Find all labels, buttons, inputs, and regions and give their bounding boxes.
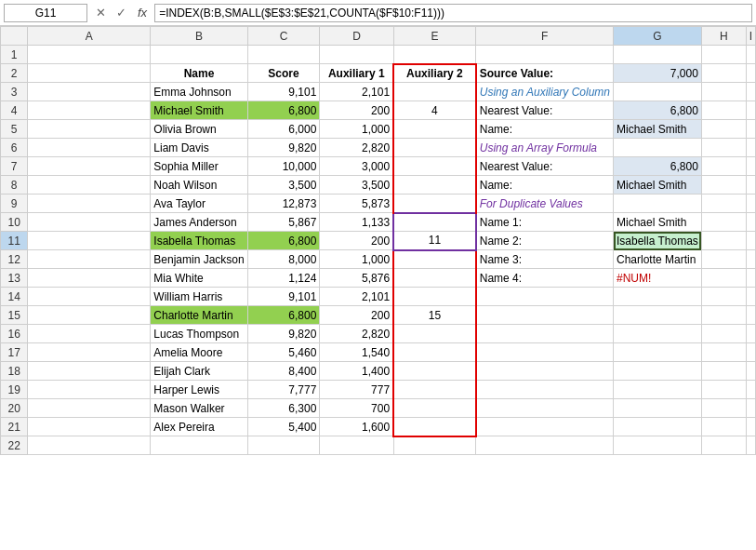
- cell-I20[interactable]: [746, 399, 755, 418]
- cell-D15[interactable]: 200: [320, 306, 393, 325]
- cell-D21[interactable]: 1,600: [320, 418, 393, 436]
- cell-F16[interactable]: [476, 325, 614, 343]
- cell-H12[interactable]: [701, 250, 746, 269]
- cell-B1[interactable]: [151, 46, 247, 64]
- row-header-20[interactable]: 20: [1, 399, 28, 418]
- row-header-17[interactable]: 17: [1, 343, 28, 362]
- formula-input[interactable]: [154, 4, 752, 22]
- cell-B15[interactable]: Charlotte Martin: [151, 306, 247, 325]
- cell-C5[interactable]: 6,000: [247, 120, 320, 139]
- cell-I21[interactable]: [746, 418, 755, 436]
- cell-E20[interactable]: [393, 399, 476, 418]
- cell-H8[interactable]: [701, 176, 746, 195]
- cell-C19[interactable]: 7,777: [247, 381, 320, 399]
- col-header-G[interactable]: G: [614, 27, 702, 46]
- cell-I14[interactable]: [746, 288, 755, 306]
- cell-D8[interactable]: 3,500: [320, 176, 393, 195]
- cell-A10[interactable]: [28, 213, 151, 232]
- row-header-21[interactable]: 21: [1, 418, 28, 436]
- cancel-icon[interactable]: ✕: [91, 4, 110, 22]
- cell-A5[interactable]: [28, 120, 151, 139]
- cell-E3[interactable]: [393, 83, 476, 101]
- cell-E6[interactable]: [393, 139, 476, 157]
- name-box[interactable]: [4, 4, 87, 22]
- col-header-B[interactable]: B: [151, 27, 247, 46]
- cell-G9[interactable]: [614, 195, 702, 213]
- cell-A21[interactable]: [28, 418, 151, 436]
- cell-F15[interactable]: [476, 306, 614, 325]
- cell-I1[interactable]: [746, 46, 755, 64]
- cell-F17[interactable]: [476, 343, 614, 362]
- cell-C11[interactable]: 6,800: [247, 232, 320, 250]
- cell-H13[interactable]: [701, 269, 746, 288]
- cell-E5[interactable]: [393, 120, 476, 139]
- cell-G1[interactable]: [614, 46, 702, 64]
- cell-D22[interactable]: [320, 436, 393, 455]
- confirm-icon[interactable]: ✓: [112, 4, 130, 22]
- cell-I8[interactable]: [746, 176, 755, 195]
- cell-F3[interactable]: Using an Auxiliary Column: [476, 83, 614, 101]
- row-header-3[interactable]: 3: [1, 83, 28, 101]
- cell-E22[interactable]: [393, 436, 476, 455]
- cell-I18[interactable]: [746, 362, 755, 381]
- cell-H2[interactable]: [701, 64, 746, 83]
- row-header-14[interactable]: 14: [1, 288, 28, 306]
- cell-B12[interactable]: Benjamin Jackson: [151, 250, 247, 269]
- cell-A11[interactable]: [28, 232, 151, 250]
- cell-H15[interactable]: [701, 306, 746, 325]
- col-header-C[interactable]: C: [247, 27, 320, 46]
- row-header-18[interactable]: 18: [1, 362, 28, 381]
- cell-F14[interactable]: [476, 288, 614, 306]
- cell-I4[interactable]: [746, 101, 755, 120]
- cell-F12[interactable]: Name 3:: [476, 250, 614, 269]
- cell-H4[interactable]: [701, 101, 746, 120]
- cell-E19[interactable]: [393, 381, 476, 399]
- cell-B13[interactable]: Mia White: [151, 269, 247, 288]
- cell-B3[interactable]: Emma Johnson: [151, 83, 247, 101]
- cell-B17[interactable]: Amelia Moore: [151, 343, 247, 362]
- cell-H20[interactable]: [701, 399, 746, 418]
- cell-E9[interactable]: [393, 195, 476, 213]
- cell-G21[interactable]: [614, 418, 702, 436]
- cell-B4[interactable]: Michael Smith: [151, 101, 247, 120]
- row-header-1[interactable]: 1: [1, 46, 28, 64]
- cell-G16[interactable]: [614, 325, 702, 343]
- row-header-8[interactable]: 8: [1, 176, 28, 195]
- cell-D10[interactable]: 1,133: [320, 213, 393, 232]
- cell-C21[interactable]: 5,400: [247, 418, 320, 436]
- cell-D19[interactable]: 777: [320, 381, 393, 399]
- cell-B19[interactable]: Harper Lewis: [151, 381, 247, 399]
- cell-H3[interactable]: [701, 83, 746, 101]
- cell-C8[interactable]: 3,500: [247, 176, 320, 195]
- col-header-H[interactable]: H: [701, 27, 746, 46]
- cell-F10[interactable]: Name 1:: [476, 213, 614, 232]
- cell-I10[interactable]: [746, 213, 755, 232]
- cell-A4[interactable]: [28, 101, 151, 120]
- cell-F9[interactable]: For Duplicate Values: [476, 195, 614, 213]
- cell-E1[interactable]: [393, 46, 476, 64]
- row-header-6[interactable]: 6: [1, 139, 28, 157]
- cell-F8[interactable]: Name:: [476, 176, 614, 195]
- cell-I11[interactable]: [746, 232, 755, 250]
- cell-C17[interactable]: 5,460: [247, 343, 320, 362]
- cell-B11[interactable]: Isabella Thomas: [151, 232, 247, 250]
- row-header-5[interactable]: 5: [1, 120, 28, 139]
- cell-E16[interactable]: [393, 325, 476, 343]
- cell-E12[interactable]: [393, 250, 476, 269]
- cell-E15[interactable]: 15: [393, 306, 476, 325]
- cell-A18[interactable]: [28, 362, 151, 381]
- cell-H1[interactable]: [701, 46, 746, 64]
- cell-A6[interactable]: [28, 139, 151, 157]
- cell-F7[interactable]: Nearest Value:: [476, 157, 614, 176]
- cell-E21[interactable]: [393, 418, 476, 436]
- row-header-9[interactable]: 9: [1, 195, 28, 213]
- cell-G11[interactable]: Isabella Thomas: [614, 232, 702, 250]
- cell-H19[interactable]: [701, 381, 746, 399]
- cell-I19[interactable]: [746, 381, 755, 399]
- cell-C10[interactable]: 5,867: [247, 213, 320, 232]
- cell-D2[interactable]: Auxiliary 1: [320, 64, 393, 83]
- cell-F1[interactable]: [476, 46, 614, 64]
- row-header-7[interactable]: 7: [1, 157, 28, 176]
- cell-F18[interactable]: [476, 362, 614, 381]
- cell-I6[interactable]: [746, 139, 755, 157]
